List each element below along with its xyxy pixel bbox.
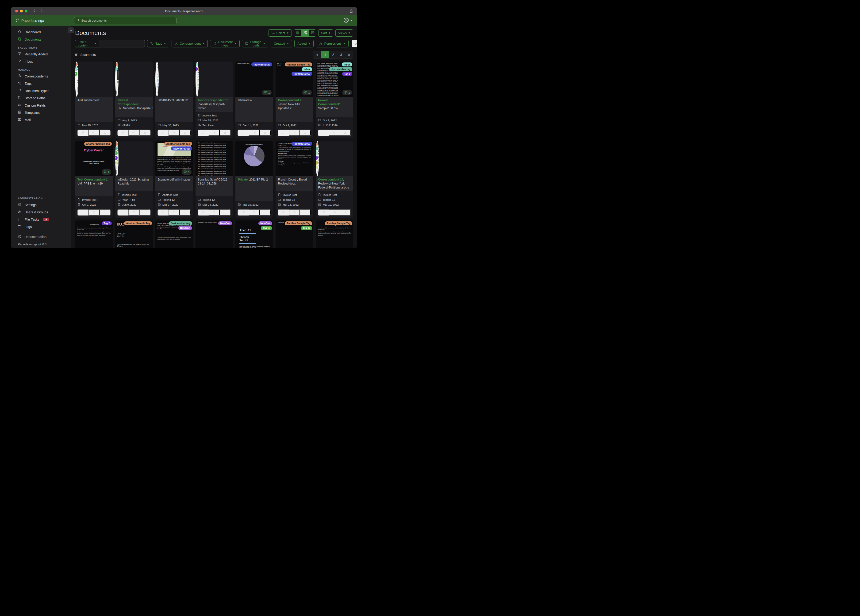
document-card[interactable]: Lorem ipsumLorem ipsum dolor sit amet, c… [75, 220, 113, 248]
tag-chip-tag-2[interactable]: Tag 2 [316, 156, 318, 160]
document-thumbnail[interactable]: Adobe InDesign 2022 Scripting Read MeInD… [115, 141, 119, 176]
document-card[interactable]: Medical TeacherHas the new Kirkpatrick g… [196, 61, 233, 138]
filter-correspondent-button[interactable]: Correspondent▼ [171, 40, 208, 47]
document-title[interactable]: 2sample-pdf-with-images [155, 176, 193, 191]
document-correspondent[interactable]: Private [238, 178, 248, 181]
tag-chip-inbox[interactable]: Inbox [196, 63, 198, 66]
document-card[interactable]: Francja pod rękąNAPOLEON BONAPARTEAnothe… [115, 61, 153, 138]
sidebar-item-mail[interactable]: Mail [11, 116, 71, 124]
document-card[interactable]: This is a testAnother Sample TagTag 12 [276, 220, 313, 248]
view-document-button[interactable] [329, 130, 340, 136]
document-correspondent[interactable]: Newest Correspondent [318, 99, 339, 106]
tag-chip-another-sample-tag[interactable]: Another Sample Tag [75, 63, 77, 66]
edit-document-button[interactable] [77, 209, 88, 215]
document-thumbnail[interactable]: Medical TeacherHas the new Kirkpatrick g… [196, 61, 199, 97]
document-title[interactable]: Just another test [75, 97, 113, 122]
edit-document-button[interactable] [118, 130, 129, 136]
tag-chip-newone[interactable]: NewOne [259, 222, 272, 225]
document-correspondent[interactable]: Correspondent 9 [278, 99, 301, 102]
filter-added-button[interactable]: Added▼ [294, 40, 314, 47]
view-mode-grid-button[interactable] [301, 30, 309, 36]
pagination-next-button[interactable]: » [345, 51, 353, 58]
document-card[interactable]: This is a test for the double space char… [196, 141, 233, 218]
tag-chip-tagwithpartial[interactable]: TagWithPartial [292, 142, 312, 146]
document-card[interactable]: This is a multi page document. Page 1.Ne… [196, 220, 233, 248]
edit-document-button[interactable] [278, 130, 289, 136]
sidebar-item-file-tasks[interactable]: File Tasks16 [11, 216, 71, 223]
reset-filters-button[interactable]: ✕Reset filters [352, 40, 357, 47]
tag-chip-tag-3[interactable]: Tag 3 [115, 160, 118, 165]
document-thumbnail[interactable]: Lorem ipsumLorem ipsum dolor sit amet, c… [316, 220, 353, 248]
maximize-window-button[interactable] [25, 9, 27, 13]
document-thumbnail[interactable]: Francja pod rękąNAPOLEON BONAPARTEAnothe… [115, 61, 119, 97]
download-document-button[interactable] [220, 130, 231, 136]
download-document-button[interactable] [260, 130, 271, 136]
tag-chip-tagwithpartial[interactable]: TagWithPartial [292, 72, 312, 76]
view-document-button[interactable] [289, 209, 300, 215]
tag-chip-tagwithpartial[interactable]: TagWithPartial [171, 146, 192, 151]
sidebar-item-recently-added[interactable]: Recently Added [11, 50, 71, 58]
download-document-button[interactable] [180, 209, 190, 215]
view-document-button[interactable] [209, 209, 220, 215]
download-document-button[interactable] [99, 209, 110, 215]
document-title[interactable]: Private: 2011 BP Pie 2 [235, 176, 273, 201]
filter-tags-button[interactable]: Tags▼ [147, 40, 169, 47]
filter-permissions-button[interactable]: Permissions▼ [316, 40, 348, 47]
tag-chip-tag-12[interactable]: Tag 12 [261, 226, 272, 230]
document-card[interactable]: Curabitur bibendum ante uma, sed blandit… [155, 141, 193, 218]
forward-icon[interactable] [40, 9, 44, 13]
app-brand[interactable]: Paperless-ngx [15, 18, 44, 23]
download-document-button[interactable] [180, 130, 190, 136]
tag-chip-tag-222[interactable]: Tag 222 [316, 160, 318, 165]
views-button[interactable]: Views▼ [336, 29, 353, 37]
tag-chip-inbox[interactable]: Inbox [115, 67, 118, 71]
document-card[interactable]: Serial Number,Company Name,Employ9788189… [316, 61, 353, 138]
download-document-button[interactable] [220, 209, 231, 215]
document-card[interactable]: Review of Arbitral Awards shows swift Re… [316, 141, 353, 218]
document-card[interactable]: BANK OF SCOTLAND2,0 % p. a. auf Ihr Tage… [155, 61, 193, 138]
title-content-input[interactable] [99, 40, 145, 47]
sidebar-item-document-types[interactable]: Document Types [11, 87, 71, 94]
tag-chip-inbox[interactable]: Inbox [342, 63, 352, 66]
tag-chip-another-sample-tag[interactable]: Another Sample Tag [84, 142, 112, 146]
view-document-button[interactable] [289, 130, 300, 136]
document-card[interactable]: Country,Region/State,"TagWithPartial1tab… [235, 61, 273, 138]
document-card[interactable]: Patient BP Distribution 2011Private: 201… [235, 141, 273, 218]
document-thumbnail[interactable]: Contact Sheet DemoGiven a set of image f… [155, 220, 193, 248]
tag-chip-another-sample-tag[interactable]: Another Sample Tag [325, 222, 352, 225]
tag-chip-another-sample-tag[interactable]: Another Sample Tag [164, 142, 192, 146]
document-title[interactable]: Correspondent 14: Review-of-New-York-Fed… [316, 176, 353, 191]
document-title[interactable]: Correspondent 9: Testing New Title Updat… [276, 97, 313, 122]
document-thumbnail[interactable]: one,1.0five,5.0Another Sample TagInboxTa… [276, 61, 313, 97]
tag-chip-tag-3[interactable]: Tag 3 [316, 165, 318, 169]
document-thumbnail[interactable]: Test Name123-456-7890January 2, 2022July… [115, 220, 153, 248]
close-window-button[interactable] [15, 9, 18, 13]
tag-chip-another-sample-tag[interactable]: Another Sample Tag [285, 63, 312, 66]
document-thumbnail[interactable]: French Country BreadFor the Leaven1 heap… [276, 141, 313, 176]
document-title[interactable]: Newest Correspondent: H7_Napoleon_Bonapa… [115, 97, 153, 117]
view-document-button[interactable] [88, 209, 99, 215]
tag-chip-another-sample-tag[interactable]: Another Sample Tag [124, 222, 152, 225]
document-card[interactable]: The SATPracticeTest #1Make time to take … [235, 220, 273, 248]
tag-chip-another-sample-tag[interactable]: Another Sample Tag [316, 142, 318, 146]
comment-count-badge[interactable]: 1 [302, 90, 312, 95]
sidebar-item-settings[interactable]: Settings [11, 201, 71, 209]
comment-count-badge[interactable]: 1 [182, 169, 191, 174]
document-thumbnail[interactable]: Patient BP Distribution 2011 [235, 141, 273, 176]
comment-count-badge[interactable]: 6 [115, 169, 117, 174]
document-thumbnail[interactable]: Adobe Acrobat PDF FilesCupcake ipsumAnot… [75, 61, 78, 97]
view-document-button[interactable] [209, 130, 220, 136]
edit-document-button[interactable] [318, 209, 329, 215]
document-thumbnail[interactable]: Lorem ipsumLorem ipsum dolor sit amet, c… [75, 220, 113, 248]
sidebar-item-correspondents[interactable]: Correspondents [11, 72, 71, 80]
view-document-button[interactable] [169, 209, 180, 215]
document-card[interactable]: Adobe Acrobat PDF FilesCupcake ipsumAnot… [75, 61, 113, 138]
document-title[interactable]: Newest Correspondent: Sample100.csv [316, 97, 353, 117]
tag-chip-newone[interactable]: NewOne [218, 222, 232, 225]
download-document-button[interactable] [140, 209, 150, 215]
tag-chip-tag-12[interactable]: Tag 12 [75, 72, 77, 76]
tag-chip-inbox[interactable]: Inbox [302, 67, 312, 71]
tag-chip-tag-2[interactable]: Tag 2 [115, 156, 118, 160]
tag-chip-tag-12[interactable]: Tag 12 [301, 226, 312, 230]
filter-storage-path-button[interactable]: Storage path▼ [242, 40, 268, 47]
